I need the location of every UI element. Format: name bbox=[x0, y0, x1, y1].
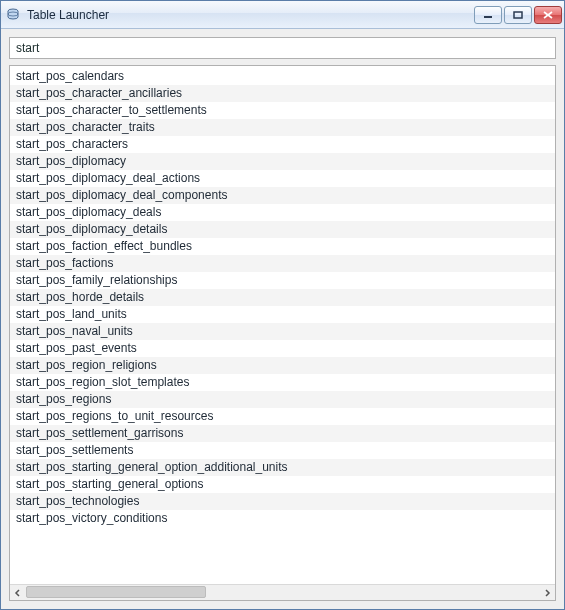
list-item[interactable]: start_pos_character_ancillaries bbox=[10, 85, 555, 102]
list-item[interactable]: start_pos_diplomacy_deal_actions bbox=[10, 170, 555, 187]
list-item[interactable]: start_pos_settlement_garrisons bbox=[10, 425, 555, 442]
database-icon bbox=[5, 7, 21, 23]
chevron-right-icon bbox=[543, 589, 551, 597]
list-item[interactable]: start_pos_regions bbox=[10, 391, 555, 408]
minimize-icon bbox=[483, 11, 493, 19]
maximize-button[interactable] bbox=[504, 6, 532, 24]
list-item[interactable]: start_pos_diplomacy_deals bbox=[10, 204, 555, 221]
list-item[interactable]: start_pos_diplomacy bbox=[10, 153, 555, 170]
list-item[interactable]: start_pos_region_religions bbox=[10, 357, 555, 374]
titlebar[interactable]: Table Launcher bbox=[1, 1, 564, 29]
list-item[interactable]: start_pos_diplomacy_details bbox=[10, 221, 555, 238]
horizontal-scrollbar[interactable] bbox=[10, 584, 555, 600]
minimize-button[interactable] bbox=[474, 6, 502, 24]
list-item[interactable]: start_pos_victory_conditions bbox=[10, 510, 555, 527]
list-item[interactable]: start_pos_characters bbox=[10, 136, 555, 153]
table-list-container: start_pos_calendarsstart_pos_character_a… bbox=[9, 65, 556, 601]
list-item[interactable]: start_pos_naval_units bbox=[10, 323, 555, 340]
window-controls bbox=[474, 6, 562, 24]
list-item[interactable]: start_pos_starting_general_option_additi… bbox=[10, 459, 555, 476]
scroll-right-button[interactable] bbox=[539, 585, 555, 601]
close-icon bbox=[543, 11, 553, 19]
list-item[interactable]: start_pos_past_events bbox=[10, 340, 555, 357]
window-title: Table Launcher bbox=[27, 8, 474, 22]
list-item[interactable]: start_pos_factions bbox=[10, 255, 555, 272]
list-item[interactable]: start_pos_faction_effect_bundles bbox=[10, 238, 555, 255]
scroll-left-button[interactable] bbox=[10, 585, 26, 601]
list-item[interactable]: start_pos_character_traits bbox=[10, 119, 555, 136]
list-item[interactable]: start_pos_settlements bbox=[10, 442, 555, 459]
close-button[interactable] bbox=[534, 6, 562, 24]
client-area: start_pos_calendarsstart_pos_character_a… bbox=[1, 29, 564, 609]
list-item[interactable]: start_pos_calendars bbox=[10, 68, 555, 85]
scrollbar-track[interactable] bbox=[26, 585, 539, 601]
list-item[interactable]: start_pos_horde_details bbox=[10, 289, 555, 306]
list-item[interactable]: start_pos_technologies bbox=[10, 493, 555, 510]
list-item[interactable]: start_pos_regions_to_unit_resources bbox=[10, 408, 555, 425]
list-item[interactable]: start_pos_starting_general_options bbox=[10, 476, 555, 493]
scrollbar-thumb[interactable] bbox=[26, 586, 206, 598]
list-item[interactable]: start_pos_region_slot_templates bbox=[10, 374, 555, 391]
list-item[interactable]: start_pos_character_to_settlements bbox=[10, 102, 555, 119]
list-item[interactable]: start_pos_diplomacy_deal_components bbox=[10, 187, 555, 204]
search-input[interactable] bbox=[9, 37, 556, 59]
list-item[interactable]: start_pos_family_relationships bbox=[10, 272, 555, 289]
svg-rect-3 bbox=[514, 12, 522, 18]
list-item[interactable]: start_pos_land_units bbox=[10, 306, 555, 323]
maximize-icon bbox=[513, 11, 523, 19]
table-list[interactable]: start_pos_calendarsstart_pos_character_a… bbox=[10, 66, 555, 584]
chevron-left-icon bbox=[14, 589, 22, 597]
